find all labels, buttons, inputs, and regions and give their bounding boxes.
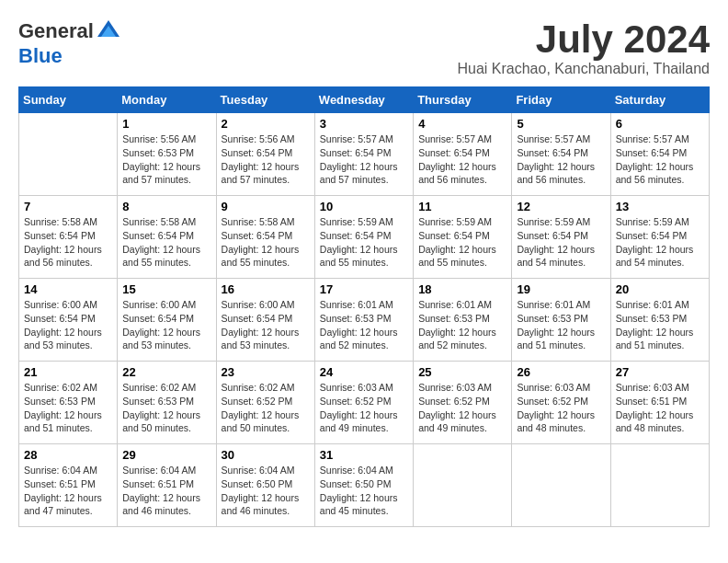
day-info: Sunrise: 6:01 AMSunset: 6:53 PMDaylight:… <box>616 298 704 352</box>
day-info: Sunrise: 6:01 AMSunset: 6:53 PMDaylight:… <box>418 298 506 352</box>
day-info: Sunrise: 5:57 AMSunset: 6:54 PMDaylight:… <box>418 132 506 187</box>
day-number: 16 <box>222 282 310 296</box>
calendar-cell: 19Sunrise: 6:01 AMSunset: 6:53 PMDayligh… <box>512 279 610 362</box>
calendar-week-row: 21Sunrise: 6:02 AMSunset: 6:53 PMDayligh… <box>19 362 710 444</box>
calendar-cell: 6Sunrise: 5:57 AMSunset: 6:54 PMDaylight… <box>610 113 709 196</box>
day-info: Sunrise: 6:00 AMSunset: 6:54 PMDaylight:… <box>222 298 310 352</box>
day-info: Sunrise: 6:03 AMSunset: 6:52 PMDaylight:… <box>418 381 506 435</box>
day-number: 15 <box>122 282 210 296</box>
day-number: 14 <box>24 282 112 296</box>
calendar-header-row: SundayMondayTuesdayWednesdayThursdayFrid… <box>19 87 710 113</box>
day-info: Sunrise: 5:59 AMSunset: 6:54 PMDaylight:… <box>517 215 605 270</box>
calendar-cell: 8Sunrise: 5:58 AMSunset: 6:54 PMDaylight… <box>118 196 216 279</box>
day-number: 29 <box>122 448 210 462</box>
day-info: Sunrise: 6:02 AMSunset: 6:53 PMDaylight:… <box>122 381 210 435</box>
day-info: Sunrise: 6:04 AMSunset: 6:50 PMDaylight:… <box>320 464 408 518</box>
calendar-week-row: 7Sunrise: 5:58 AMSunset: 6:54 PMDaylight… <box>19 196 710 279</box>
calendar-header-thursday: Thursday <box>414 87 512 113</box>
calendar-cell: 10Sunrise: 5:59 AMSunset: 6:54 PMDayligh… <box>314 196 413 279</box>
day-number: 20 <box>616 282 704 296</box>
day-info: Sunrise: 5:59 AMSunset: 6:54 PMDaylight:… <box>418 215 506 270</box>
day-number: 26 <box>517 365 605 379</box>
calendar-cell: 14Sunrise: 6:00 AMSunset: 6:54 PMDayligh… <box>19 279 118 362</box>
calendar-cell: 28Sunrise: 6:04 AMSunset: 6:51 PMDayligh… <box>19 444 118 527</box>
day-number: 7 <box>24 200 112 213</box>
logo-general-text: General <box>18 19 94 43</box>
day-number: 10 <box>320 200 408 213</box>
day-info: Sunrise: 6:03 AMSunset: 6:52 PMDaylight:… <box>517 381 605 435</box>
calendar-cell: 4Sunrise: 5:57 AMSunset: 6:54 PMDaylight… <box>414 113 512 196</box>
day-info: Sunrise: 6:03 AMSunset: 6:52 PMDaylight:… <box>320 381 408 435</box>
calendar-cell: 20Sunrise: 6:01 AMSunset: 6:53 PMDayligh… <box>610 279 709 362</box>
day-info: Sunrise: 5:59 AMSunset: 6:54 PMDaylight:… <box>320 215 408 270</box>
day-number: 2 <box>222 117 310 131</box>
calendar-cell: 18Sunrise: 6:01 AMSunset: 6:53 PMDayligh… <box>414 279 512 362</box>
calendar-header-wednesday: Wednesday <box>314 87 413 113</box>
day-number: 27 <box>616 365 704 379</box>
calendar-week-row: 1Sunrise: 5:56 AMSunset: 6:53 PMDaylight… <box>19 113 710 196</box>
day-number: 24 <box>320 365 408 379</box>
day-info: Sunrise: 5:57 AMSunset: 6:54 PMDaylight:… <box>320 132 408 187</box>
calendar-cell <box>610 444 709 527</box>
calendar-header-monday: Monday <box>118 87 216 113</box>
calendar-cell: 11Sunrise: 5:59 AMSunset: 6:54 PMDayligh… <box>414 196 512 279</box>
calendar-cell: 26Sunrise: 6:03 AMSunset: 6:52 PMDayligh… <box>512 362 610 444</box>
day-info: Sunrise: 6:04 AMSunset: 6:50 PMDaylight:… <box>222 464 310 518</box>
calendar-cell: 1Sunrise: 5:56 AMSunset: 6:53 PMDaylight… <box>118 113 216 196</box>
calendar-cell: 21Sunrise: 6:02 AMSunset: 6:53 PMDayligh… <box>19 362 118 444</box>
calendar-cell: 16Sunrise: 6:00 AMSunset: 6:54 PMDayligh… <box>216 279 314 362</box>
calendar-cell: 25Sunrise: 6:03 AMSunset: 6:52 PMDayligh… <box>414 362 512 444</box>
day-info: Sunrise: 5:57 AMSunset: 6:54 PMDaylight:… <box>517 132 605 187</box>
day-info: Sunrise: 6:01 AMSunset: 6:53 PMDaylight:… <box>320 298 408 352</box>
day-info: Sunrise: 6:02 AMSunset: 6:53 PMDaylight:… <box>24 381 112 435</box>
day-number: 11 <box>418 200 506 213</box>
day-number: 13 <box>616 200 704 213</box>
day-info: Sunrise: 6:02 AMSunset: 6:52 PMDaylight:… <box>222 381 310 435</box>
day-number: 31 <box>320 448 408 462</box>
calendar-cell: 3Sunrise: 5:57 AMSunset: 6:54 PMDaylight… <box>314 113 413 196</box>
day-number: 19 <box>517 282 605 296</box>
day-number: 21 <box>24 365 112 379</box>
day-info: Sunrise: 6:00 AMSunset: 6:54 PMDaylight:… <box>24 298 112 352</box>
logo: General Blue <box>18 18 121 68</box>
day-info: Sunrise: 6:00 AMSunset: 6:54 PMDaylight:… <box>122 298 210 352</box>
day-number: 18 <box>418 282 506 296</box>
calendar-header-sunday: Sunday <box>19 87 118 113</box>
calendar-cell: 17Sunrise: 6:01 AMSunset: 6:53 PMDayligh… <box>314 279 413 362</box>
page-header: General Blue July 2024 Huai Krachao, Kan… <box>18 18 710 77</box>
calendar-cell: 7Sunrise: 5:58 AMSunset: 6:54 PMDaylight… <box>19 196 118 279</box>
day-info: Sunrise: 5:58 AMSunset: 6:54 PMDaylight:… <box>222 215 310 270</box>
calendar-cell <box>19 113 118 196</box>
day-info: Sunrise: 5:58 AMSunset: 6:54 PMDaylight:… <box>122 215 210 270</box>
day-info: Sunrise: 5:57 AMSunset: 6:54 PMDaylight:… <box>616 132 704 187</box>
day-number: 8 <box>122 200 210 213</box>
logo-icon <box>96 18 121 44</box>
day-number: 17 <box>320 282 408 296</box>
calendar-cell: 27Sunrise: 6:03 AMSunset: 6:51 PMDayligh… <box>610 362 709 444</box>
calendar-header-saturday: Saturday <box>610 87 709 113</box>
day-info: Sunrise: 5:59 AMSunset: 6:54 PMDaylight:… <box>616 215 704 270</box>
day-number: 9 <box>222 200 310 213</box>
day-info: Sunrise: 6:04 AMSunset: 6:51 PMDaylight:… <box>24 464 112 518</box>
calendar-cell: 2Sunrise: 5:56 AMSunset: 6:54 PMDaylight… <box>216 113 314 196</box>
day-info: Sunrise: 5:56 AMSunset: 6:54 PMDaylight:… <box>222 132 310 187</box>
day-number: 23 <box>222 365 310 379</box>
calendar-header-friday: Friday <box>512 87 610 113</box>
calendar-cell: 5Sunrise: 5:57 AMSunset: 6:54 PMDaylight… <box>512 113 610 196</box>
calendar-cell: 31Sunrise: 6:04 AMSunset: 6:50 PMDayligh… <box>314 444 413 527</box>
calendar-cell: 29Sunrise: 6:04 AMSunset: 6:51 PMDayligh… <box>118 444 216 527</box>
location-subtitle: Huai Krachao, Kanchanaburi, Thailand <box>457 61 710 77</box>
calendar-week-row: 28Sunrise: 6:04 AMSunset: 6:51 PMDayligh… <box>19 444 710 527</box>
calendar-cell: 22Sunrise: 6:02 AMSunset: 6:53 PMDayligh… <box>118 362 216 444</box>
day-number: 3 <box>320 117 408 131</box>
calendar-table: SundayMondayTuesdayWednesdayThursdayFrid… <box>18 86 710 527</box>
calendar-cell: 23Sunrise: 6:02 AMSunset: 6:52 PMDayligh… <box>216 362 314 444</box>
day-number: 30 <box>222 448 310 462</box>
day-number: 28 <box>24 448 112 462</box>
calendar-cell: 12Sunrise: 5:59 AMSunset: 6:54 PMDayligh… <box>512 196 610 279</box>
day-number: 6 <box>616 117 704 131</box>
day-number: 25 <box>418 365 506 379</box>
calendar-cell <box>414 444 512 527</box>
day-info: Sunrise: 5:56 AMSunset: 6:53 PMDaylight:… <box>122 132 210 187</box>
day-info: Sunrise: 6:03 AMSunset: 6:51 PMDaylight:… <box>616 381 704 435</box>
